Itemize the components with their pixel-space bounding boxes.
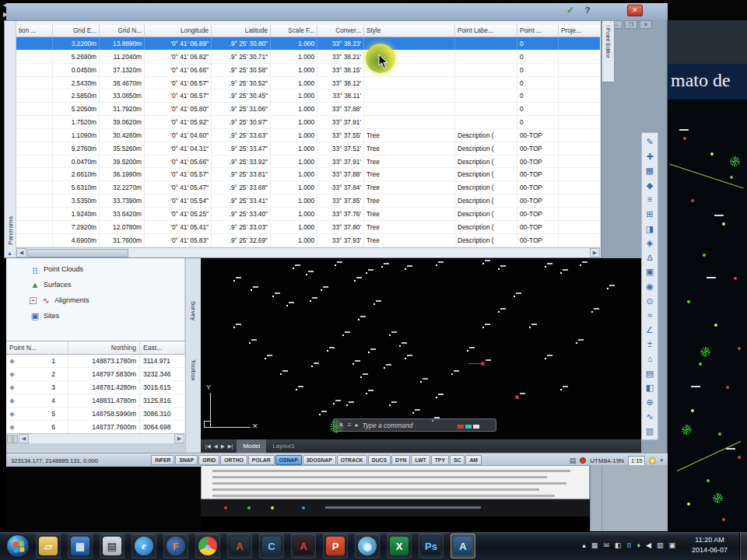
status-toggle-grid[interactable]: GRID: [198, 455, 219, 465]
panorama-cell[interactable]: 00-TOP: [517, 208, 559, 220]
taskbar-computer-icon[interactable]: ▦: [68, 534, 93, 558]
point-number-cell[interactable]: ◈3: [6, 381, 68, 394]
panorama-cell[interactable]: [16, 116, 53, 128]
plus-icon[interactable]: ✚: [643, 149, 657, 164]
panorama-cell[interactable]: 12.0780m: [100, 221, 145, 233]
panorama-cell[interactable]: 33° 37.88': [317, 103, 364, 115]
panorama-cell[interactable]: 2.6610m: [53, 168, 100, 180]
panorama-cell[interactable]: 33° 37.88': [317, 168, 364, 180]
scroll-thumb[interactable]: [27, 249, 128, 257]
panorama-cell[interactable]: Tree: [364, 168, 455, 180]
panorama-cell[interactable]: .9° 25' 33.81": [212, 168, 271, 180]
panorama-cell[interactable]: '0° 41' 05.66": [145, 156, 212, 168]
status-toggle-lwt[interactable]: LWT: [411, 455, 430, 465]
panorama-cell[interactable]: 1.000: [271, 234, 317, 247]
panorama-cell[interactable]: 38.4670m: [100, 77, 145, 89]
panorama-cell[interactable]: 1.000: [271, 51, 317, 63]
plusminus-icon[interactable]: ±: [643, 337, 657, 352]
tree-item-surfaces[interactable]: ▲Surfaces: [6, 277, 184, 292]
help-button[interactable]: ?: [582, 5, 593, 16]
point-number-cell[interactable]: ◈5: [6, 408, 68, 420]
column-header[interactable]: Proje...: [559, 25, 600, 37]
command-line[interactable]: ✕ ≡ ▸ Type a command: [333, 418, 496, 432]
panorama-cell[interactable]: [16, 221, 53, 233]
taskbar-civil3d-icon[interactable]: C: [259, 534, 284, 558]
panorama-cell[interactable]: 7.2920m: [53, 221, 100, 233]
panorama-row[interactable]: 5.2050m31.7920m'0° 41' 05.80".9° 25' 31.…: [16, 103, 600, 116]
taskbar-firefox-icon[interactable]: F: [163, 534, 188, 558]
taskbar-autocad-2014-icon[interactable]: A: [451, 534, 475, 558]
northing-cell[interactable]: 148737.7600m: [68, 421, 140, 433]
layout-nav-icon[interactable]: ▶|: [228, 443, 233, 450]
panorama-cell[interactable]: '0° 41' 05.83": [145, 234, 212, 247]
panorama-cell[interactable]: Description (: [455, 221, 517, 233]
status-toggle-tpy[interactable]: TPY: [431, 455, 449, 465]
column-header[interactable]: Scale F...: [271, 25, 317, 37]
taskbar-excel-icon[interactable]: X: [387, 534, 412, 558]
panorama-cell[interactable]: 31.7920m: [100, 103, 145, 115]
dot-circle-icon[interactable]: ⊙: [643, 294, 657, 309]
panorama-cell[interactable]: [559, 194, 600, 207]
show-hidden-icons[interactable]: ▴: [582, 541, 586, 550]
panorama-cell[interactable]: [559, 129, 600, 142]
show-desktop-button[interactable]: [739, 532, 747, 560]
status-toggle-infer[interactable]: INFER: [151, 455, 174, 465]
panorama-cell[interactable]: 33.7390m: [100, 194, 145, 207]
panorama-cell[interactable]: 5.6310m: [53, 181, 100, 194]
command-input[interactable]: Type a command: [362, 422, 412, 429]
panorama-cell[interactable]: 1.000: [271, 181, 317, 194]
column-header[interactable]: Grid N...: [100, 25, 145, 37]
northing-cell[interactable]: 148873.1780m: [68, 355, 140, 367]
panorama-cell[interactable]: 5.2690m: [53, 51, 100, 63]
panorama-row[interactable]: 0.0470m39.5200m'0° 41' 05.66".9° 25' 33.…: [16, 156, 600, 169]
panorama-cell[interactable]: [559, 77, 600, 89]
easting-cell[interactable]: 3064.698: [140, 421, 185, 433]
shade-icon[interactable]: ◧: [643, 380, 657, 395]
panorama-cell[interactable]: [559, 37, 600, 50]
panorama-cell[interactable]: [16, 234, 53, 247]
point-editor-strip[interactable]: – Point Editor: [601, 20, 615, 82]
status-toggle-osnap[interactable]: OSNAP: [275, 455, 302, 465]
panorama-cell[interactable]: 1.1090m: [53, 129, 100, 142]
point-number-cell[interactable]: ◈6: [6, 421, 68, 433]
panorama-cell[interactable]: [16, 37, 53, 50]
panorama-cell[interactable]: Description (: [455, 156, 517, 168]
panorama-cell[interactable]: 39.5200m: [100, 156, 145, 168]
panorama-cell[interactable]: 00-TOP: [517, 156, 559, 168]
panorama-cell[interactable]: 33° 37.91': [317, 116, 364, 128]
square-icon[interactable]: ▣: [643, 264, 657, 279]
scroll-left-icon[interactable]: ◀: [19, 434, 29, 443]
panorama-cell[interactable]: .9° 25' 33.03": [212, 221, 271, 233]
panorama-cell[interactable]: [559, 234, 600, 247]
panorama-cell[interactable]: .9° 25' 30.80": [212, 37, 271, 50]
taskbar-printer-icon[interactable]: ▤: [100, 534, 124, 558]
point-number-cell[interactable]: ◈2: [6, 368, 68, 380]
easting-cell[interactable]: 3086.310: [140, 408, 185, 420]
point-list-row[interactable]: ◈2148797.5830m3232.346: [6, 368, 185, 381]
panorama-cell[interactable]: 32.2270m: [100, 181, 145, 194]
panorama-cell[interactable]: '0° 41' 05.57": [145, 168, 212, 180]
panorama-cell[interactable]: [364, 116, 455, 128]
panorama-cell[interactable]: 33.6420m: [100, 208, 145, 220]
panorama-cell[interactable]: 33° 37.93': [317, 234, 364, 247]
layout-nav-icon[interactable]: |◀: [205, 443, 211, 450]
status-toggle-polar[interactable]: POLAR: [248, 455, 275, 465]
apply-check-button[interactable]: ✓: [564, 5, 577, 16]
panorama-cell[interactable]: 1.000: [271, 103, 317, 115]
status-toggle-3dosnap[interactable]: 3DOSNAP: [303, 455, 336, 465]
panorama-row[interactable]: 1.9240m33.6420m'0° 41' 05.25".9° 25' 33.…: [16, 208, 600, 221]
panorama-cell[interactable]: 1.000: [271, 156, 317, 168]
column-header[interactable]: Longitude: [145, 25, 212, 37]
column-header[interactable]: Point ...: [517, 25, 559, 37]
panorama-cell[interactable]: Tree: [364, 142, 455, 155]
restore-icon[interactable]: ❐: [625, 20, 637, 29]
panorama-row[interactable]: 2.5850m33.0850m'0° 41' 06.57".9° 25' 30.…: [16, 89, 600, 103]
panorama-cell[interactable]: Description (: [455, 194, 517, 207]
panorama-cell[interactable]: '0° 41' 06.89": [145, 37, 212, 50]
panorama-cell[interactable]: [364, 89, 455, 102]
home-icon[interactable]: ⌂: [643, 352, 657, 366]
panorama-cell[interactable]: '0° 41' 05.54": [145, 194, 212, 207]
panorama-cell[interactable]: Tree: [364, 156, 455, 168]
panorama-cell[interactable]: '0° 41' 05.25": [145, 208, 212, 220]
panorama-cell[interactable]: 00-TOP: [517, 194, 559, 207]
